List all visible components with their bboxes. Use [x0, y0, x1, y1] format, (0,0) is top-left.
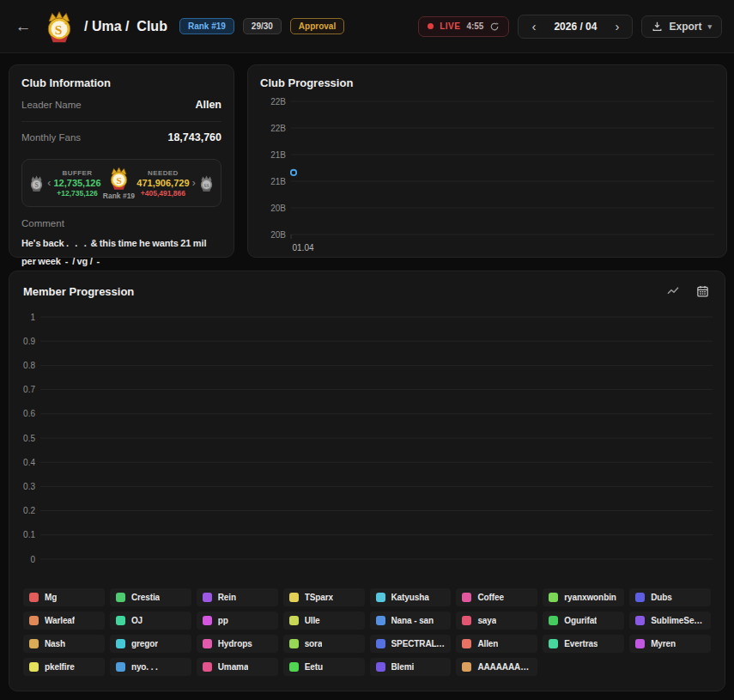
member-progression-chart: 10.90.80.70.60.50.40.30.20.10 [23, 308, 713, 568]
legend-item[interactable]: Ulle [283, 612, 365, 630]
legend-member-name: Evertras [564, 639, 598, 648]
legend-swatch-icon [635, 616, 645, 625]
rank-next-chevron[interactable]: › [191, 177, 197, 189]
legend-item[interactable]: Nana - san [370, 612, 452, 630]
legend-member-name: pkelfire [45, 662, 75, 672]
monthly-fans-value: 18,743,760 [167, 131, 221, 143]
legend-member-name: TSparx [305, 593, 333, 602]
legend-item[interactable]: SPECTRALWIZARD [370, 635, 452, 653]
next-rank-letter: SS [203, 182, 209, 187]
y-tick-label: 0.9 [23, 337, 35, 346]
legend-member-name: ryanxwonbin [564, 593, 616, 602]
legend-member-name: Crestia [131, 593, 160, 602]
legend-swatch-icon [289, 593, 299, 602]
trend-line-icon [666, 284, 680, 298]
legend-item[interactable]: Myren [629, 635, 711, 653]
y-tick-label: 0.4 [23, 458, 35, 467]
legend-item[interactable]: saya [456, 612, 537, 630]
current-rank-letter: S [116, 175, 121, 186]
legend-item[interactable]: Katyusha [370, 588, 452, 606]
legend-swatch-icon [29, 616, 39, 625]
legend-item[interactable]: Nash [23, 635, 105, 653]
club-information-title: Club Information [21, 76, 221, 89]
legend-member-name: Nash [45, 639, 65, 648]
y-tick-label: 1 [30, 313, 35, 322]
legend-item[interactable]: gregor [110, 635, 191, 653]
legend-swatch-icon [203, 662, 212, 672]
legend-member-name: OJ [131, 616, 143, 625]
legend-item[interactable]: nyo. . . [110, 658, 191, 676]
legend-item[interactable]: ryanxwonbin [543, 588, 624, 606]
content: Club Information Leader Name Allen Month… [0, 53, 734, 700]
legend-swatch-icon [289, 639, 299, 648]
legend-item[interactable]: Ogurifat [543, 612, 624, 630]
calendar-view-button[interactable] [695, 283, 711, 300]
rank-comparison-strip: S ‹ BUFFER 12,735,126 +12,735,126 S [21, 159, 221, 207]
legend-swatch-icon [549, 639, 558, 648]
next-month-button[interactable]: › [607, 17, 627, 36]
rank-prev-chevron[interactable]: ‹ [46, 177, 52, 189]
legend-item[interactable]: pkelfire [23, 658, 105, 676]
legend-item[interactable]: sora [283, 635, 365, 653]
y-tick-label: 21B [270, 177, 286, 186]
y-tick-label: 22B [270, 97, 286, 107]
legend-item[interactable]: Coffee [456, 588, 537, 606]
data-point[interactable] [291, 170, 296, 175]
needed-metric: NEEDED 471,906,729 +405,491,866 [136, 169, 189, 198]
y-tick-label: 0.6 [23, 409, 35, 418]
legend-item[interactable]: SublimeSeethe [629, 612, 711, 630]
prev-month-button[interactable]: ‹ [524, 17, 543, 36]
legend-swatch-icon [116, 616, 125, 625]
legend-item[interactable]: Hydrops [197, 635, 278, 653]
legend-swatch-icon [116, 662, 125, 672]
legend-item[interactable]: Rein [197, 588, 278, 606]
legend-item[interactable]: pp [197, 612, 278, 630]
legend-item[interactable]: AAAAAAAAAAA... [456, 658, 537, 676]
refresh-icon[interactable] [489, 21, 500, 32]
y-tick-label: 20B [270, 230, 286, 240]
legend-item[interactable]: Eetu [283, 658, 365, 676]
line-chart-view-button[interactable] [664, 283, 682, 300]
legend-item[interactable]: Blemi [370, 658, 452, 676]
legend-member-name: Umama [218, 662, 249, 672]
leader-value: Allen [195, 99, 221, 111]
legend-swatch-icon [549, 593, 558, 602]
legend-item[interactable]: Warleaf [23, 612, 105, 630]
comment-label: Comment [21, 218, 221, 228]
buffer-value: 12,735,126 [53, 178, 100, 188]
y-tick-label: 0.2 [23, 506, 35, 515]
legend-swatch-icon [635, 593, 645, 602]
legend-swatch-icon [116, 593, 125, 602]
legend-swatch-icon [462, 593, 471, 602]
monthly-fans-row: Monthly Fans 18,743,760 [21, 122, 221, 154]
legend-item[interactable]: Mg [23, 588, 105, 606]
legend-item[interactable]: Umama [197, 658, 278, 676]
legend-swatch-icon [29, 639, 39, 648]
live-countdown: 4:55 [466, 21, 483, 31]
legend-item[interactable]: TSparx [283, 588, 365, 606]
legend-item[interactable]: Dubs [629, 588, 711, 606]
legend-item[interactable]: Allen [456, 635, 537, 653]
legend-member-name: Rein [218, 593, 236, 602]
comment-text: He's back . . . & this time he wants 21 … [21, 234, 221, 271]
legend-item[interactable]: Crestia [110, 588, 191, 606]
y-tick-label: 0.8 [23, 361, 35, 370]
club-emblem-icon: S + [43, 9, 76, 44]
export-label: Export [669, 21, 701, 33]
legend-member-name: nyo. . . [131, 662, 158, 672]
current-rank-label: Rank #19 [103, 192, 135, 200]
live-dot-icon [428, 23, 434, 29]
legend-member-name: Myren [651, 639, 676, 648]
legend-swatch-icon [376, 639, 385, 648]
leader-row: Leader Name Allen [21, 89, 221, 122]
club-information-card: Club Information Leader Name Allen Month… [9, 64, 234, 258]
monthly-fans-label: Monthly Fans [21, 132, 81, 143]
prev-rank-emblem-icon: S [28, 174, 45, 192]
breadcrumb[interactable]: / Uma / Club [84, 19, 167, 34]
back-button[interactable]: ← [12, 18, 34, 34]
legend-item[interactable]: OJ [110, 612, 191, 630]
legend-item[interactable]: Evertras [543, 635, 624, 653]
buffer-metric: BUFFER 12,735,126 +12,735,126 [53, 169, 100, 198]
export-button[interactable]: Export ▾ [641, 15, 722, 38]
live-status-pill[interactable]: LIVE 4:55 [418, 16, 509, 37]
